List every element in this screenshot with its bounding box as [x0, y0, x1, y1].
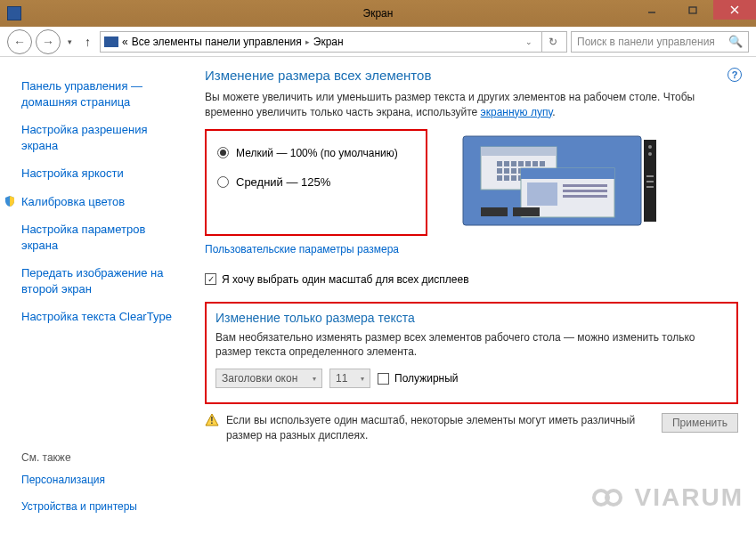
svg-point-6: [648, 145, 652, 149]
maximize-button[interactable]: [672, 0, 713, 20]
apply-button[interactable]: Применить: [662, 413, 738, 433]
location-icon: [104, 36, 118, 47]
breadcrumb-item[interactable]: Все элементы панели управления: [132, 36, 302, 48]
window-title: Экран: [363, 7, 394, 20]
svg-rect-36: [527, 182, 557, 206]
svg-rect-39: [563, 195, 607, 198]
svg-rect-8: [646, 175, 654, 177]
heading-text-only: Изменение только размера текста: [215, 311, 728, 325]
sidebar-footer-devices[interactable]: Устройства и принтеры: [21, 499, 176, 514]
breadcrumb-item[interactable]: Экран: [313, 36, 344, 48]
sidebar-footer-heading: См. также: [21, 451, 176, 464]
watermark: VIARUM: [589, 483, 744, 512]
svg-rect-19: [540, 161, 545, 166]
svg-rect-17: [525, 161, 531, 166]
radio-small-100[interactable]: Мелкий — 100% (по умолчанию): [217, 147, 415, 159]
svg-rect-41: [513, 207, 540, 216]
up-button[interactable]: ↑: [85, 35, 91, 49]
monitor-preview-icon: [445, 129, 663, 236]
svg-rect-37: [563, 184, 607, 187]
navbar: ← → ▾ ↑ « Все элементы панели управления…: [0, 27, 756, 57]
system-icon: [7, 6, 21, 20]
svg-text:!: !: [210, 416, 213, 426]
radio-icon: [217, 147, 229, 158]
description-1: Вы можете увеличить или уменьшить размер…: [205, 90, 738, 120]
search-input[interactable]: Поиск в панели управления 🔍: [571, 31, 749, 53]
element-combo[interactable]: Заголовки окон▾: [215, 369, 322, 388]
close-button[interactable]: [713, 0, 756, 20]
sidebar-link-cleartype[interactable]: Настройка текста ClearType: [21, 309, 176, 325]
custom-size-link[interactable]: Пользовательские параметры размера: [205, 243, 738, 255]
sidebar-link-brightness[interactable]: Настройка яркости: [21, 166, 176, 182]
heading-size-all: Изменение размера всех элементов: [205, 68, 738, 83]
svg-rect-15: [511, 161, 516, 166]
svg-rect-28: [504, 175, 509, 181]
svg-rect-9: [646, 181, 654, 182]
svg-rect-10: [646, 186, 654, 188]
svg-rect-21: [504, 168, 509, 174]
breadcrumb-prefix: «: [122, 36, 128, 48]
checkbox-icon: ✓: [205, 273, 216, 285]
single-scale-checkbox[interactable]: ✓ Я хочу выбрать один масштаб для всех д…: [205, 273, 738, 286]
sidebar-link-resolution[interactable]: Настройка разрешения экрана: [21, 122, 176, 153]
magnifier-link[interactable]: экранную лупу: [481, 106, 553, 118]
history-dropdown-icon[interactable]: ▾: [68, 37, 72, 46]
sidebar-footer-personalization[interactable]: Персонализация: [21, 473, 176, 487]
sidebar-link-display-params[interactable]: Настройка параметров экрана: [21, 222, 176, 253]
svg-rect-29: [511, 175, 516, 181]
back-button[interactable]: ←: [7, 29, 32, 54]
sidebar-link-project[interactable]: Передать изображение на второй экран: [21, 265, 176, 296]
svg-rect-27: [497, 175, 502, 181]
forward-button[interactable]: →: [36, 29, 61, 54]
radio-icon: [217, 176, 229, 188]
help-icon[interactable]: ?: [728, 68, 742, 82]
svg-rect-18: [532, 161, 538, 166]
svg-rect-1: [689, 7, 696, 13]
svg-rect-13: [497, 161, 502, 166]
warning-icon: !: [205, 413, 219, 427]
svg-rect-35: [521, 168, 614, 179]
svg-rect-20: [497, 168, 502, 174]
bold-checkbox[interactable]: Полужирный: [378, 372, 459, 385]
address-bar[interactable]: « Все элементы панели управления ▸ Экран…: [100, 31, 567, 53]
svg-rect-12: [481, 147, 557, 156]
svg-rect-14: [504, 161, 509, 166]
chevron-down-icon[interactable]: ⌄: [525, 37, 532, 46]
refresh-button[interactable]: ↻: [541, 32, 563, 52]
shield-icon: [4, 195, 16, 207]
svg-rect-38: [563, 190, 607, 192]
scale-radio-group: Мелкий — 100% (по умолчанию) Средний — 1…: [205, 129, 427, 236]
sidebar-link-home[interactable]: Панель управления — домашняя страница: [21, 78, 176, 109]
svg-point-7: [648, 152, 652, 156]
chevron-down-icon: ▾: [361, 375, 364, 383]
search-icon: 🔍: [728, 35, 743, 48]
chevron-right-icon: ▸: [305, 37, 310, 46]
size-combo[interactable]: 11▾: [329, 369, 370, 388]
titlebar: Экран: [0, 0, 756, 27]
svg-rect-16: [518, 161, 524, 166]
search-placeholder: Поиск в панели управления: [577, 36, 715, 48]
sidebar: Панель управления — домашняя страница На…: [0, 57, 189, 535]
main-content: ? Изменение размера всех элементов Вы мо…: [189, 57, 756, 535]
warning-text: Если вы используете один масштаб, некото…: [226, 413, 654, 443]
chevron-down-icon: ▾: [313, 375, 316, 383]
svg-rect-22: [511, 168, 516, 174]
sidebar-link-calibration[interactable]: Калибровка цветов: [21, 194, 176, 210]
svg-rect-40: [481, 207, 508, 216]
description-2: Вам необязательно изменять размер всех э…: [215, 330, 728, 361]
radio-medium-125[interactable]: Средний — 125%: [217, 175, 415, 189]
checkbox-icon: [378, 373, 389, 385]
text-size-section: Изменение только размера текста Вам необ…: [205, 302, 738, 405]
minimize-button[interactable]: [631, 0, 672, 20]
